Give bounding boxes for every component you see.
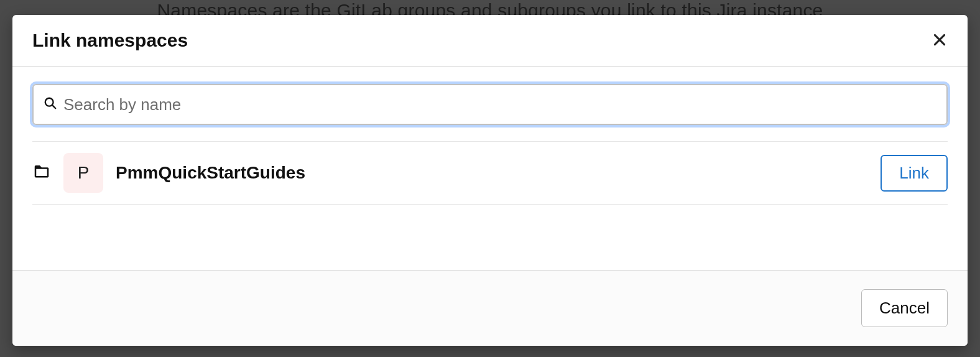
search-icon [44, 96, 57, 113]
folder-icon [32, 162, 51, 183]
cancel-button[interactable]: Cancel [861, 289, 948, 327]
search-field-wrapper[interactable] [32, 84, 948, 125]
link-namespaces-modal: Link namespaces P PmmQuickStartGuides Li… [12, 15, 968, 346]
search-input[interactable] [57, 85, 936, 124]
close-button[interactable] [931, 32, 948, 50]
link-button[interactable]: Link [881, 155, 948, 192]
namespace-name: PmmQuickStartGuides [116, 163, 868, 183]
modal-body: P PmmQuickStartGuides Link [12, 67, 968, 270]
namespace-avatar: P [63, 153, 103, 193]
modal-header: Link namespaces [12, 15, 968, 67]
close-icon [931, 32, 948, 50]
list-item: P PmmQuickStartGuides Link [32, 142, 948, 205]
modal-title: Link namespaces [32, 30, 188, 51]
svg-line-3 [52, 105, 55, 108]
namespace-list: P PmmQuickStartGuides Link [32, 141, 948, 205]
modal-footer: Cancel [12, 270, 968, 346]
